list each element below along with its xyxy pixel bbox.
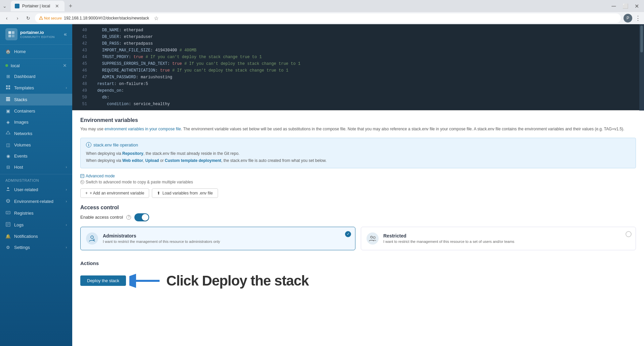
deploy-stack-btn[interactable]: Deploy the stack (80, 275, 126, 286)
code-line-49: 49 depends_on: (72, 87, 644, 94)
sidebar-item-volumes[interactable]: ◫ Volumes (0, 139, 72, 150)
networks-svg-icon (6, 131, 10, 135)
sidebar-item-notifications-label: Notifications (14, 234, 38, 239)
back-btn[interactable]: ‹ (3, 14, 11, 22)
new-tab-btn[interactable]: + (66, 1, 75, 11)
actions-section: Actions Deploy the stack Click Deploy th… (80, 257, 636, 291)
address-bar[interactable]: ! Not secure 192.168.1.18:9000/#!/2/dock… (35, 13, 621, 23)
tab-close-btn[interactable]: ✕ (55, 3, 59, 9)
advanced-mode-row: Advanced mode (80, 174, 636, 178)
env-variables-link[interactable]: environment variables in your compose fi… (104, 127, 181, 131)
administrators-radio[interactable] (345, 231, 351, 237)
forward-btn[interactable]: › (13, 14, 22, 22)
svg-point-21 (373, 236, 375, 239)
minimize-btn[interactable]: ─ (609, 3, 618, 9)
admin-section-header: Administration (0, 176, 72, 184)
code-scrollbar[interactable] (639, 24, 644, 111)
info-box-title-text: stack.env file operation (93, 142, 138, 147)
sidebar-item-logs[interactable]: Logs › (0, 219, 72, 231)
events-icon: ◉ (5, 154, 11, 159)
svg-rect-1 (8, 31, 11, 34)
sidebar-item-environment-related-label: Environment-related (14, 199, 53, 204)
svg-text:!: ! (41, 17, 41, 19)
administrators-icon (86, 232, 98, 245)
browser-chrome: ⌄ Portainer | local ✕ + ─ ⬜ ✕ ‹ › ↻ ! No… (0, 0, 644, 24)
endpoint-section: local ✕ ⊞ Dashboard Templates › Stacks (0, 58, 72, 174)
environment-related-icon (5, 199, 11, 204)
sidebar-item-stacks[interactable]: Stacks (0, 94, 72, 105)
env-section-title: Environment variables (80, 117, 636, 123)
endpoint-close-btn[interactable]: ✕ (63, 63, 67, 68)
upload-icon: ⬆ (157, 191, 160, 196)
sidebar-item-notifications[interactable]: 🔔 Notifications (0, 231, 72, 242)
profile-avatar[interactable]: P (624, 14, 632, 23)
sidebar-item-logs-label: Logs (14, 222, 24, 227)
advanced-mode-hint: ↻ Switch to advanced mode to copy & past… (80, 180, 193, 184)
browser-menu-btn[interactable]: ⋮ (635, 14, 641, 22)
endpoint-local[interactable]: local ✕ (0, 60, 72, 71)
svg-rect-3 (8, 35, 11, 37)
images-icon: ◈ (5, 120, 11, 125)
restricted-card-text: Restricted I want to restrict the manage… (383, 233, 514, 244)
svg-rect-17 (81, 174, 84, 178)
restore-btn[interactable]: ⬜ (620, 3, 630, 9)
sidebar-item-registries-label: Registries (14, 211, 34, 216)
browser-tab-portainer[interactable]: Portainer | local ✕ (11, 1, 65, 11)
bookmark-btn[interactable]: ☆ (154, 15, 159, 21)
sidebar-item-user-related-label: User-related (14, 187, 38, 192)
sidebar-item-user-related[interactable]: User-related › (0, 184, 72, 196)
advanced-mode-link[interactable]: Advanced mode (80, 174, 115, 178)
networks-icon (5, 131, 11, 136)
sidebar-item-dashboard[interactable]: ⊞ Dashboard (0, 71, 72, 82)
access-card-administrators[interactable]: Administrators I want to restrict the ma… (80, 227, 355, 250)
sidebar-item-host[interactable]: ⊟ Host › (0, 162, 72, 173)
sidebar-item-events[interactable]: ◉ Events (0, 150, 72, 162)
not-secure-indicator: ! Not secure (39, 16, 62, 20)
access-card-restricted[interactable]: Restricted I want to restrict the manage… (361, 227, 636, 250)
sidebar-item-home[interactable]: 🏠 Home (0, 46, 72, 57)
env-buttons: + + Add an environment variable ⬆ Load v… (80, 188, 636, 198)
administrators-card-title: Administrators (103, 233, 220, 239)
dashboard-icon: ⊞ (5, 74, 11, 79)
sidebar-item-templates[interactable]: Templates › (0, 82, 72, 94)
info-box: i stack.env file operation When deployin… (80, 138, 636, 168)
administrators-card-text: Administrators I want to restrict the ma… (103, 233, 220, 244)
svg-point-18 (91, 236, 93, 239)
sidebar-logo: portainer.io COMMUNITY EDITION « (0, 24, 72, 45)
code-line-47: 47 ADMIN_PASSWORD: mariushosting (72, 74, 644, 81)
annotation-row: Deploy the stack Click Deploy the stack (80, 271, 636, 291)
sidebar-item-images[interactable]: ◈ Images (0, 117, 72, 128)
sidebar-home-section: 🏠 Home (0, 45, 72, 58)
sidebar-item-settings[interactable]: ⚙ Settings › (0, 242, 72, 253)
browser-controls: ‹ › ↻ ! Not secure 192.168.1.18:9000/#!/… (0, 12, 644, 24)
logs-svg-icon (6, 222, 10, 227)
sidebar-item-containers-label: Containers (14, 109, 35, 114)
add-env-variable-btn[interactable]: + + Add an environment variable (80, 188, 149, 198)
access-cards: Administrators I want to restrict the ma… (80, 227, 636, 250)
sidebar-item-environment-related[interactable]: Environment-related › (0, 196, 72, 207)
annotation-text: Click Deploy the stack (166, 273, 309, 289)
svg-rect-5 (6, 85, 8, 87)
sidebar-item-stacks-label: Stacks (14, 97, 27, 102)
restricted-radio[interactable] (626, 231, 632, 237)
logo-name: portainer.io (20, 30, 55, 35)
tab-stack-menu[interactable]: ⌄ (3, 3, 7, 9)
load-env-file-btn[interactable]: ⬆ Load variables from .env file (152, 188, 218, 198)
access-control-toggle[interactable] (134, 213, 149, 221)
info-circle-icon: i (86, 142, 91, 147)
refresh-btn[interactable]: ↻ (24, 14, 32, 22)
add-env-label: + Add an environment variable (90, 191, 144, 196)
sidebar-item-containers[interactable]: ▣ Containers (0, 105, 72, 117)
sidebar-item-volumes-label: Volumes (14, 142, 31, 147)
edit-icon (80, 174, 84, 178)
sidebar-item-settings-label: Settings (14, 245, 30, 250)
access-control-title: Access control (80, 205, 636, 211)
close-window-btn[interactable]: ✕ (632, 3, 641, 9)
sidebar-item-host-label: Host (14, 165, 23, 170)
advanced-mode-hint-row: ↻ Switch to advanced mode to copy & past… (80, 180, 636, 184)
portainer-logo-svg (8, 31, 15, 38)
logo: portainer.io COMMUNITY EDITION (5, 28, 55, 40)
sidebar-item-registries[interactable]: Registries (0, 207, 72, 219)
sidebar-collapse-btn[interactable]: « (64, 31, 67, 37)
sidebar-item-networks[interactable]: Networks (0, 128, 72, 139)
